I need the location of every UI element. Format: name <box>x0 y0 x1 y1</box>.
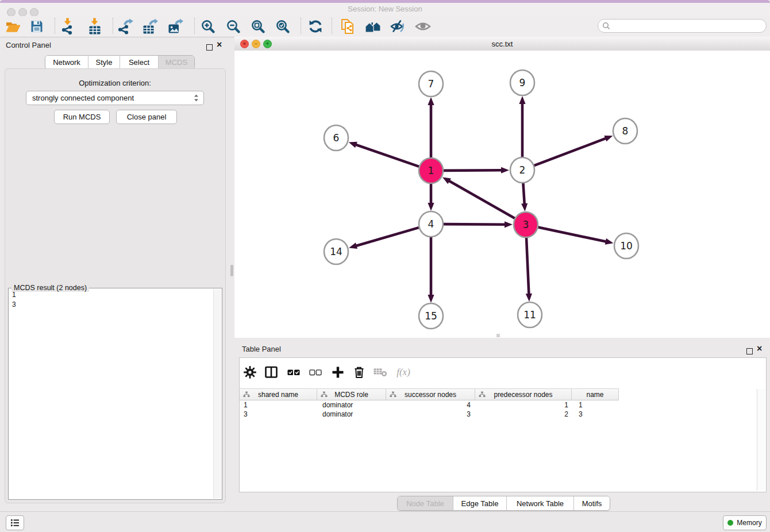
copy-style-button[interactable] <box>338 17 357 36</box>
edge-2-3[interactable] <box>523 183 524 205</box>
zoom-in-button[interactable] <box>199 17 217 36</box>
hide-graphics-button[interactable] <box>388 17 407 36</box>
table-panel-close-button[interactable]: × <box>757 345 762 352</box>
criterion-dropdown[interactable]: strongly connected component <box>26 91 204 105</box>
import-network-icon <box>60 18 75 35</box>
table-row[interactable]: 1 dominator 4 1 1 <box>240 400 619 410</box>
columns-icon <box>264 365 278 379</box>
edge-4-3[interactable] <box>444 224 506 225</box>
edge-1-6[interactable] <box>355 144 419 166</box>
column-header-name[interactable]: name <box>572 389 619 400</box>
select-all-columns-button[interactable] <box>285 364 302 381</box>
result-scrollbar[interactable] <box>213 289 221 499</box>
table-scrollbar[interactable] <box>757 389 765 491</box>
cell-successor-nodes[interactable]: 3 <box>386 410 475 419</box>
save-session-button[interactable] <box>28 17 46 36</box>
edge-arrowhead <box>505 221 513 228</box>
app-window: Session: New Session <box>0 0 770 532</box>
show-graphics-button[interactable] <box>414 17 432 36</box>
toolbar-separator <box>55 18 55 34</box>
cell-name[interactable]: 3 <box>572 410 619 419</box>
edge-1-2[interactable] <box>444 170 502 171</box>
cell-shared-name[interactable]: 1 <box>240 400 317 410</box>
zoom-fit-button[interactable] <box>249 17 267 36</box>
edge-3-1[interactable] <box>448 180 514 218</box>
horizontal-splitter-handle[interactable] <box>496 334 500 337</box>
gear-icon <box>243 365 257 379</box>
delete-table-button[interactable] <box>372 364 389 381</box>
refresh-view-button[interactable] <box>306 17 325 36</box>
control-panel-close-button[interactable]: × <box>217 41 222 48</box>
plus-icon <box>331 365 345 379</box>
tab-motifs[interactable]: Motifs <box>574 496 610 510</box>
edge-arrowhead <box>428 97 434 105</box>
network-canvas[interactable]: 1234678910111415 <box>234 51 770 338</box>
unchecked-boxes-icon <box>309 365 322 379</box>
edge-arrowhead <box>501 167 509 174</box>
chevron-updown-icon <box>194 94 199 102</box>
export-image-button[interactable] <box>166 17 184 36</box>
float-icon <box>746 348 753 354</box>
table-options-button[interactable] <box>241 364 259 381</box>
tab-select[interactable]: Select <box>120 56 159 69</box>
zoom-in-icon <box>201 19 215 34</box>
add-column-button[interactable] <box>329 364 346 381</box>
memory-status-icon <box>727 520 733 526</box>
cell-shared-name[interactable]: 3 <box>240 410 317 419</box>
edge-3-10[interactable] <box>538 228 607 242</box>
search-input[interactable] <box>610 21 766 31</box>
tab-edge-table[interactable]: Edge Table <box>453 496 507 510</box>
delete-column-button[interactable] <box>351 364 368 381</box>
memory-button[interactable]: Memory <box>723 515 767 530</box>
zoom-out-button[interactable] <box>224 17 242 36</box>
control-panel-float-button[interactable] <box>206 43 213 53</box>
cell-name[interactable]: 1 <box>572 400 619 410</box>
node-label-8: 8 <box>622 125 629 137</box>
tab-network[interactable]: Network <box>45 56 88 69</box>
edge-2-8[interactable] <box>534 138 607 165</box>
run-mcds-button[interactable]: Run MCDS <box>54 110 110 124</box>
panel-menu-button[interactable] <box>6 515 24 530</box>
cell-mcds-role[interactable]: dominator <box>317 410 386 419</box>
edge-arrowhead <box>605 238 614 245</box>
table-header-row: shared name MCDS role successor nodes pr… <box>240 388 619 400</box>
table-panel-float-button[interactable] <box>746 346 753 357</box>
export-table-button[interactable] <box>141 17 159 36</box>
edge-4-14[interactable] <box>356 228 419 246</box>
tab-node-table[interactable]: Node Table <box>398 496 453 510</box>
column-header-shared-name[interactable]: shared name <box>240 389 317 400</box>
edge-3-11[interactable] <box>526 237 529 295</box>
zoom-selected-icon <box>275 19 290 34</box>
import-table-icon <box>87 18 102 35</box>
apply-function-button[interactable]: f(x) <box>393 364 414 381</box>
tab-mcds[interactable]: MCDS <box>159 56 194 69</box>
show-columns-button[interactable] <box>263 364 280 381</box>
cell-successor-nodes[interactable]: 4 <box>386 400 475 410</box>
import-table-button[interactable] <box>86 17 104 36</box>
checked-boxes-icon <box>287 365 301 379</box>
deselect-all-columns-button[interactable] <box>307 364 324 381</box>
cell-predecessor-nodes[interactable]: 1 <box>475 400 572 410</box>
open-file-button[interactable] <box>3 17 22 36</box>
tab-style[interactable]: Style <box>88 56 120 69</box>
search-field[interactable] <box>598 19 767 33</box>
network-window-title: scc.txt <box>234 40 770 48</box>
home-layout-button[interactable] <box>364 17 382 36</box>
table-row[interactable]: 3 dominator 3 2 3 <box>240 410 619 419</box>
criterion-value: strongly connected component <box>26 94 194 102</box>
export-network-button[interactable] <box>116 17 134 36</box>
column-header-predecessor-nodes[interactable]: predecessor nodes <box>475 389 572 400</box>
import-network-button[interactable] <box>59 17 77 36</box>
control-panel-tabs: Network Style Select MCDS <box>45 55 195 70</box>
cell-mcds-role[interactable]: dominator <box>317 400 386 410</box>
vertical-splitter[interactable] <box>230 265 233 276</box>
tab-network-table[interactable]: Network Table <box>507 496 574 510</box>
close-panel-button[interactable]: Close panel <box>116 110 177 124</box>
status-bar <box>0 511 770 532</box>
column-type-icon <box>321 391 328 398</box>
column-header-successor-nodes[interactable]: successor nodes <box>386 389 475 400</box>
cell-predecessor-nodes[interactable]: 2 <box>475 410 572 419</box>
trash-icon <box>352 365 366 379</box>
zoom-selected-button[interactable] <box>274 17 292 36</box>
column-header-mcds-role[interactable]: MCDS role <box>317 389 386 400</box>
